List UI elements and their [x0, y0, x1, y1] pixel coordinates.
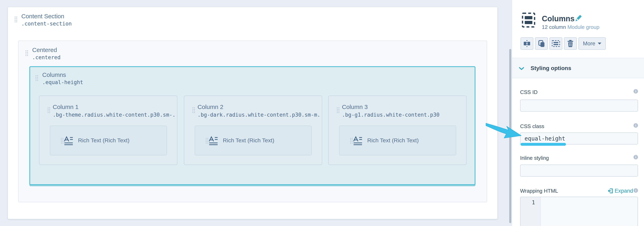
- subtitle-type: 12 column: [542, 24, 566, 30]
- column-box[interactable]: Column 1 .bg-theme.radius.white-content.…: [39, 96, 178, 165]
- annotation-underline: [520, 143, 566, 146]
- module-label: Rich Text (Rich Text): [367, 137, 419, 144]
- centered-wrapper-box[interactable]: Centered .centered Columns .equal-height…: [18, 41, 487, 202]
- module-label: Rich Text (Rich Text): [223, 137, 274, 144]
- column-label: Column 2: [198, 103, 223, 111]
- trash-icon: [567, 40, 574, 47]
- column-css-class: .bg-dark.radius.white-content.p30.sm-m..…: [198, 111, 320, 118]
- drag-handle-icon[interactable]: [205, 137, 208, 144]
- group-css-class: .equal-height: [42, 79, 83, 86]
- column-css-class: .bg-theme.radius.white-content.p30.sm-..…: [53, 111, 174, 118]
- info-icon[interactable]: i: [634, 188, 638, 193]
- inline-styling-label: Inline styling: [520, 155, 549, 161]
- drag-handle-icon[interactable]: [192, 107, 195, 113]
- column-label: Column 3: [342, 103, 368, 111]
- chevron-down-icon: [598, 43, 601, 45]
- drag-handle-icon[interactable]: [336, 107, 340, 113]
- element-subtitle: 12 column Module group: [542, 24, 599, 30]
- annotation-arrow: [485, 120, 523, 140]
- css-class-label: CSS class: [520, 123, 544, 129]
- css-id-input[interactable]: [520, 100, 638, 112]
- drag-handle-icon[interactable]: [350, 137, 353, 144]
- clone-button[interactable]: [535, 37, 548, 50]
- info-icon[interactable]: i: [634, 123, 638, 128]
- split-icon: [523, 40, 530, 47]
- drag-handle-icon[interactable]: [35, 75, 38, 81]
- drag-handle-icon[interactable]: [60, 137, 64, 144]
- drag-handle-icon[interactable]: [47, 107, 50, 113]
- delete-button[interactable]: [564, 37, 577, 50]
- column-box[interactable]: Column 3 .bg-g1.radius.white-content.p30…: [328, 96, 466, 165]
- rich-text-module[interactable]: Rich Text (Rich Text): [50, 126, 167, 155]
- css-id-label: CSS ID: [520, 89, 538, 95]
- wrapper-label: Centered: [32, 46, 57, 54]
- drag-handle-icon[interactable]: [25, 50, 28, 56]
- module-group-link[interactable]: Module group: [567, 24, 599, 30]
- wrapper-css-class: .centered: [32, 54, 60, 61]
- rich-text-module[interactable]: Rich Text (Rich Text): [339, 126, 456, 155]
- section-css-class: .content-section: [21, 20, 72, 27]
- group-modules-button[interactable]: [550, 37, 562, 50]
- duplicate-icon: [538, 40, 545, 47]
- content-section-box[interactable]: Content Section .content-section Centere…: [8, 7, 498, 219]
- more-button-label: More: [583, 41, 595, 47]
- info-icon[interactable]: i: [634, 155, 638, 159]
- more-button[interactable]: More: [578, 37, 606, 50]
- design-manager: Content Section .content-section Centere…: [0, 0, 644, 226]
- split-module-button[interactable]: [520, 37, 534, 50]
- module-group-small-icon: [552, 40, 560, 47]
- info-icon[interactable]: i: [634, 89, 638, 94]
- rich-text-icon: [208, 136, 218, 145]
- rich-text-module[interactable]: Rich Text (Rich Text): [195, 126, 312, 155]
- editor-content[interactable]: [540, 197, 638, 226]
- css-class-input[interactable]: [520, 132, 638, 144]
- selected-element-title: Columns: [542, 14, 574, 23]
- styling-options-header[interactable]: Styling options: [512, 58, 644, 78]
- wrapping-html-editor[interactable]: 1: [520, 197, 638, 226]
- module-label: Rich Text (Rich Text): [78, 137, 130, 144]
- expand-icon[interactable]: [608, 188, 613, 194]
- drag-handle-icon[interactable]: [14, 16, 17, 22]
- rich-text-icon: [64, 136, 73, 145]
- rich-text-icon: [353, 136, 362, 145]
- editor-line-number: 1: [520, 197, 540, 226]
- expand-link[interactable]: Expand: [615, 188, 633, 194]
- columns-group-box-selected[interactable]: Columns .equal-height Column 1 .bg-theme…: [29, 66, 476, 185]
- edit-pencil-icon[interactable]: [575, 15, 582, 22]
- module-group-icon: [522, 12, 536, 28]
- chevron-down-icon: [519, 67, 524, 70]
- inline-styling-input[interactable]: [520, 165, 638, 177]
- wrapping-html-label: Wrapping HTML: [520, 188, 558, 194]
- column-label: Column 1: [53, 103, 78, 111]
- group-label: Columns: [42, 71, 66, 79]
- column-box[interactable]: Column 2 .bg-dark.radius.white-content.p…: [184, 96, 322, 165]
- section-label: Content Section: [21, 12, 64, 20]
- styling-options-title: Styling options: [530, 65, 571, 71]
- column-css-class: .bg-g1.radius.white-content.p30: [342, 111, 464, 118]
